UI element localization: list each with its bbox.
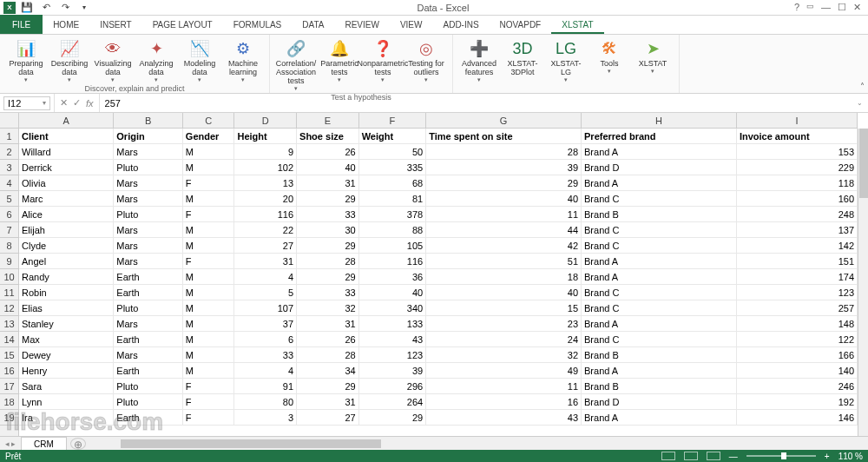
cell[interactable]: 33 — [234, 347, 297, 363]
cell[interactable]: 16 — [426, 394, 582, 410]
ribbon-visualizing-data[interactable]: 👁Visualizing data▾ — [92, 36, 134, 83]
cell[interactable]: M — [183, 144, 235, 160]
cell[interactable]: 44 — [426, 222, 582, 238]
cell[interactable]: Brand A — [582, 254, 737, 269]
zoom-in-icon[interactable]: + — [825, 452, 830, 461]
row-header[interactable]: 12 — [0, 300, 18, 316]
cell[interactable]: 28 — [426, 144, 582, 160]
cell[interactable]: Brand C — [582, 191, 737, 207]
row-header[interactable]: 19 — [0, 410, 18, 426]
enter-formula-icon[interactable]: ✓ — [73, 97, 81, 109]
cell[interactable]: 27 — [297, 410, 359, 426]
cell[interactable]: 36 — [359, 269, 427, 285]
column-header[interactable]: E — [297, 113, 359, 128]
add-sheet-button[interactable]: ⊕ — [70, 438, 86, 450]
cell[interactable]: 174 — [737, 269, 858, 285]
zoom-out-icon[interactable]: — — [729, 452, 738, 461]
tab-xlstat[interactable]: XLSTAT — [551, 17, 603, 34]
cell[interactable]: M — [183, 222, 235, 238]
cell[interactable]: 39 — [426, 160, 582, 175]
cell[interactable]: 42 — [426, 238, 582, 254]
tab-novapdf[interactable]: novaPDF — [490, 17, 552, 34]
row-header[interactable]: 11 — [0, 285, 18, 300]
horizontal-scrollbar[interactable] — [103, 439, 868, 449]
cell[interactable]: Earth — [114, 363, 183, 379]
row-header[interactable]: 3 — [0, 160, 18, 175]
cell[interactable]: 107 — [234, 300, 297, 316]
cell[interactable]: 133 — [359, 316, 427, 332]
cell[interactable]: Brand C — [582, 285, 737, 300]
zoom-level[interactable]: 110 % — [838, 452, 863, 461]
row-header[interactable]: 15 — [0, 347, 18, 363]
cell[interactable]: Angel — [19, 254, 114, 269]
cell[interactable]: 43 — [359, 332, 427, 347]
cell[interactable]: 30 — [297, 222, 359, 238]
sheet-tab-crm[interactable]: CRM — [21, 437, 67, 451]
cell[interactable]: 23 — [426, 316, 582, 332]
row-header[interactable]: 8 — [0, 238, 18, 254]
ribbon-xlstat-lg[interactable]: LGXLSTAT- LG▾ — [545, 36, 587, 83]
fx-icon[interactable]: fx — [86, 98, 94, 109]
cell[interactable]: Brand D — [582, 394, 737, 410]
ribbon-xlstat-dplot[interactable]: 3DXLSTAT-3DPlot — [502, 36, 543, 83]
close-icon[interactable]: ✕ — [853, 2, 861, 13]
cell[interactable]: 123 — [737, 285, 858, 300]
cell[interactable]: 28 — [297, 254, 359, 269]
cell[interactable]: Dewey — [19, 347, 114, 363]
cell[interactable]: 37 — [234, 316, 297, 332]
cell[interactable]: 15 — [426, 300, 582, 316]
row-header[interactable]: 5 — [0, 191, 18, 207]
cell[interactable]: M — [183, 332, 235, 347]
cell[interactable]: Mars — [114, 222, 183, 238]
cell[interactable]: 29 — [297, 238, 359, 254]
cell[interactable]: 29 — [297, 269, 359, 285]
cell[interactable]: Brand C — [582, 222, 737, 238]
cell[interactable]: 153 — [737, 144, 858, 160]
cell[interactable]: 88 — [359, 222, 427, 238]
cell[interactable]: Weight — [359, 129, 427, 144]
ribbon-xlstat[interactable]: ➤XLSTAT▾ — [632, 36, 674, 83]
tab-view[interactable]: VIEW — [390, 17, 433, 34]
row-header[interactable]: 14 — [0, 332, 18, 347]
ribbon-parametric-tests[interactable]: 🔔Parametric tests▾ — [319, 36, 360, 92]
row-header[interactable]: 2 — [0, 144, 18, 160]
cell[interactable]: 264 — [359, 394, 427, 410]
cell[interactable]: Mars — [114, 175, 183, 191]
save-icon[interactable]: 💾 — [19, 1, 35, 15]
cell[interactable]: Brand A — [582, 316, 737, 332]
cell[interactable]: 29 — [297, 191, 359, 207]
cell[interactable]: 229 — [737, 160, 858, 175]
cell[interactable]: 40 — [426, 285, 582, 300]
cell[interactable]: F — [183, 175, 235, 191]
row-header[interactable]: 9 — [0, 254, 18, 269]
cell[interactable]: Earth — [114, 410, 183, 426]
cell[interactable]: 13 — [234, 175, 297, 191]
cell[interactable]: 146 — [737, 410, 858, 426]
zoom-slider[interactable] — [746, 455, 816, 457]
cell[interactable]: 151 — [737, 254, 858, 269]
cells[interactable]: ClientOriginGenderHeightShoe sizeWeightT… — [19, 129, 858, 436]
row-header[interactable]: 18 — [0, 394, 18, 410]
cell[interactable]: Mars — [114, 238, 183, 254]
cell[interactable]: 31 — [297, 175, 359, 191]
cell[interactable]: 118 — [737, 175, 858, 191]
cell[interactable]: 246 — [737, 379, 858, 394]
cell[interactable]: 80 — [234, 394, 297, 410]
cell[interactable]: 43 — [426, 410, 582, 426]
sheet-nav-prev-icon[interactable]: ◂ — [5, 439, 10, 448]
cell[interactable]: 24 — [426, 332, 582, 347]
cell[interactable]: 40 — [297, 160, 359, 175]
cell[interactable]: 27 — [234, 238, 297, 254]
cell[interactable]: Height — [234, 129, 297, 144]
redo-icon[interactable]: ↷ — [57, 1, 73, 15]
cell[interactable]: 9 — [234, 144, 297, 160]
cell[interactable]: M — [183, 300, 235, 316]
ribbon-machine-learning[interactable]: ⚙Machine learning▾ — [222, 36, 264, 83]
tab-data[interactable]: DATA — [292, 17, 334, 34]
name-box-dropdown-icon[interactable]: ▾ — [43, 99, 46, 107]
cell[interactable]: Willard — [19, 144, 114, 160]
cell[interactable]: Pluto — [114, 300, 183, 316]
cell[interactable]: 192 — [737, 394, 858, 410]
tab-add-ins[interactable]: ADD-INS — [432, 17, 489, 34]
sheet-nav-next-icon[interactable]: ▸ — [11, 439, 16, 448]
